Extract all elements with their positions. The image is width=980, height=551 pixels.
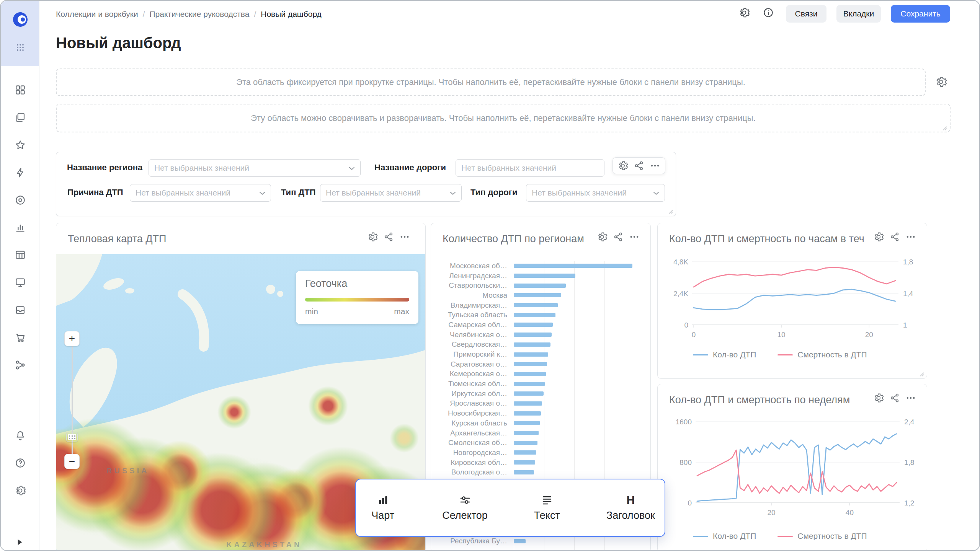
bar[interactable] xyxy=(514,362,547,366)
header-gear-icon[interactable] xyxy=(738,7,752,21)
bar[interactable] xyxy=(514,333,552,337)
road-type-select[interactable]: Нет выбранных значений xyxy=(526,184,665,202)
bar[interactable] xyxy=(514,391,544,396)
datalens-logo-icon[interactable] xyxy=(12,11,28,28)
bar[interactable] xyxy=(514,411,541,416)
datasets-icon[interactable] xyxy=(13,303,27,317)
more-options-icon[interactable] xyxy=(905,231,916,242)
more-options-icon[interactable] xyxy=(905,393,916,403)
bar-category-label: Кемеровская о… xyxy=(431,370,507,378)
bar[interactable] xyxy=(514,303,558,307)
notifications-icon[interactable] xyxy=(13,429,27,442)
bar-category-label: Приморский к… xyxy=(431,350,507,359)
monitoring-icon[interactable] xyxy=(13,276,27,289)
bar[interactable] xyxy=(514,460,535,465)
apps-grid-icon[interactable] xyxy=(16,43,25,52)
breadcrumb: Коллекции и воркбуки / Практические руко… xyxy=(56,1,322,27)
bar[interactable] xyxy=(514,342,550,347)
add-item-label: Селектор xyxy=(442,510,488,522)
bar[interactable] xyxy=(514,470,534,474)
add-heading-button[interactable]: H Заголовок xyxy=(606,494,655,522)
tabs-button[interactable]: Вкладки xyxy=(836,5,881,23)
bar[interactable] xyxy=(514,539,526,543)
charts-icon[interactable] xyxy=(13,221,27,235)
gear-icon[interactable] xyxy=(873,231,884,242)
more-options-icon[interactable] xyxy=(629,231,640,242)
bar-row: Владимирская… xyxy=(431,300,650,310)
bar[interactable] xyxy=(514,293,561,297)
breadcrumb-guides[interactable]: Практические руководства xyxy=(149,10,249,19)
bar[interactable] xyxy=(514,323,553,327)
expand-sidebar-icon[interactable] xyxy=(15,537,24,547)
legend-item[interactable]: Кол-во ДТП xyxy=(693,350,756,359)
legend-label: Кол-во ДТП xyxy=(713,531,756,541)
breadcrumb-collections[interactable]: Коллекции и воркбуки xyxy=(56,10,138,19)
bar[interactable] xyxy=(514,274,575,278)
fixed-dropzone-gear-icon[interactable] xyxy=(932,73,950,91)
bar-row: Иркутская обл… xyxy=(431,389,650,399)
bar[interactable] xyxy=(514,372,546,376)
info-icon[interactable] xyxy=(763,7,776,21)
help-icon[interactable] xyxy=(13,456,27,470)
bar[interactable] xyxy=(514,441,537,445)
links-button[interactable]: Связи xyxy=(786,5,826,23)
services-icon[interactable] xyxy=(13,193,27,207)
gear-icon[interactable] xyxy=(873,393,884,403)
relations-icon[interactable] xyxy=(889,231,900,242)
resize-handle-icon[interactable] xyxy=(666,207,673,214)
bar-row: Самарская обл… xyxy=(431,320,650,330)
zoom-slider-handle[interactable] xyxy=(66,432,78,442)
legend-item[interactable]: Смертность в ДТП xyxy=(777,531,867,541)
bar[interactable] xyxy=(514,421,540,425)
relations-icon[interactable] xyxy=(889,393,900,403)
add-chart-button[interactable]: Чарт xyxy=(366,494,400,522)
bar[interactable] xyxy=(514,284,566,288)
bar[interactable] xyxy=(514,450,536,455)
tables-icon[interactable] xyxy=(13,248,27,262)
road-select[interactable]: Нет выбранных значений xyxy=(456,159,604,177)
dashboards-icon[interactable] xyxy=(13,83,27,97)
zoom-out-button[interactable]: − xyxy=(64,454,80,469)
relations-icon[interactable] xyxy=(383,231,394,242)
more-options-icon[interactable] xyxy=(650,160,660,171)
collections-icon[interactable] xyxy=(13,111,27,124)
road-select-placeholder: Нет выбранных значений xyxy=(461,163,556,173)
cause-select[interactable]: Нет выбранных значений xyxy=(130,184,271,202)
settings-icon[interactable] xyxy=(13,484,27,497)
gear-icon[interactable] xyxy=(617,160,628,171)
bar-row: Ярославская о… xyxy=(431,399,650,409)
save-button[interactable]: Сохранить xyxy=(891,5,950,23)
collapsible-dropzone[interactable]: Эту область можно сворачивать и разворач… xyxy=(56,104,951,132)
bar[interactable] xyxy=(514,352,548,357)
bar-row: Ставропольски… xyxy=(431,280,650,290)
gear-icon[interactable] xyxy=(597,231,608,242)
add-text-button[interactable]: Текст xyxy=(530,494,564,522)
region-select[interactable]: Нет выбранных значений xyxy=(149,159,361,177)
gear-icon[interactable] xyxy=(367,231,378,242)
bar[interactable] xyxy=(514,313,555,317)
resize-handle-icon[interactable] xyxy=(941,123,947,130)
bar-row: Архангельская… xyxy=(431,428,650,438)
legend-item[interactable]: Смертность в ДТП xyxy=(777,350,867,359)
fixed-dropzone[interactable]: Эта область фиксируется при прокрутке ст… xyxy=(56,68,926,96)
resize-handle-icon[interactable] xyxy=(918,370,924,377)
accident-type-select[interactable]: Нет выбранных значений xyxy=(320,184,462,202)
relations-icon[interactable] xyxy=(613,231,624,242)
favorites-icon[interactable] xyxy=(13,138,27,152)
workflows-icon[interactable] xyxy=(13,358,27,372)
marketplace-icon[interactable] xyxy=(13,331,27,344)
bar[interactable] xyxy=(514,382,545,386)
more-options-icon[interactable] xyxy=(399,231,410,242)
add-selector-button[interactable]: Селектор xyxy=(442,494,488,522)
legend-item[interactable]: Кол-во ДТП xyxy=(693,531,756,541)
functions-icon[interactable] xyxy=(13,166,27,179)
zoom-in-button[interactable]: + xyxy=(64,331,80,346)
add-item-label: Чарт xyxy=(371,510,394,522)
filter-label-road-type: Тип дороги xyxy=(470,187,518,197)
bar[interactable] xyxy=(514,401,542,406)
bar[interactable] xyxy=(514,431,539,435)
add-item-label: Текст xyxy=(534,510,560,522)
add-widget-panel: Чарт Селектор Текст H Заголовок xyxy=(355,479,665,537)
bar[interactable] xyxy=(514,264,632,268)
relations-icon[interactable] xyxy=(634,160,644,171)
